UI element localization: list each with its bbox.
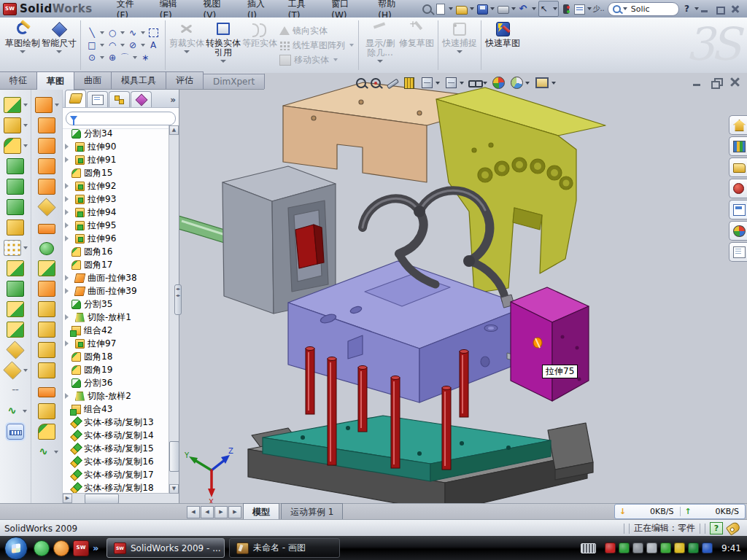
convert-entities-button[interactable]: 转换实体引用	[205, 18, 241, 73]
rapid-sketch-button[interactable]: 快速草图	[484, 18, 521, 73]
solidworks-search-tab[interactable]	[729, 179, 747, 198]
tree-item[interactable]: 圆角16	[63, 245, 169, 258]
shell-button[interactable]	[0, 197, 31, 217]
curve-2-dropdown-icon[interactable]	[54, 451, 58, 454]
wireless-signal-tray-icon[interactable]	[660, 542, 671, 553]
minimize-button[interactable]	[700, 4, 711, 14]
scroll-right-icon[interactable]: ▶	[63, 494, 72, 503]
toolbar-overflow[interactable]: 少..	[592, 4, 604, 14]
messenger[interactable]	[34, 540, 50, 556]
tree-item[interactable]: 拉伸94	[63, 206, 169, 219]
print-dropdown-icon[interactable]	[511, 7, 516, 10]
view-orientation-dropdown-icon[interactable]	[436, 82, 440, 85]
doc-restore-button[interactable]	[711, 77, 722, 88]
display-style-button[interactable]	[444, 76, 464, 90]
open-document-dropdown-icon[interactable]	[470, 7, 474, 10]
nav-first-button[interactable]: ◀	[187, 506, 200, 518]
design-library-tab[interactable]	[729, 136, 747, 156]
curve-dashed-button[interactable]: ╌	[0, 381, 31, 401]
model-tab-1[interactable]: 模型	[243, 503, 279, 520]
tree-item[interactable]: 圆角15	[63, 166, 169, 179]
view-settings-button[interactable]	[534, 76, 556, 90]
hole-wizard-button[interactable]	[0, 217, 31, 238]
expand-arrow-icon[interactable]	[65, 157, 72, 163]
pin-button[interactable]	[422, 1, 433, 16]
zoom-fit-button[interactable]	[356, 78, 366, 88]
tree-item[interactable]: 曲面-拉伸39	[63, 284, 169, 298]
measure-pressed-button[interactable]	[0, 421, 31, 442]
tab-feature-manager[interactable]	[65, 90, 86, 107]
tree-filter-input[interactable]	[66, 112, 176, 125]
vertical-scroll-thumb[interactable]	[169, 441, 179, 472]
reference-geometry-dropdown-icon[interactable]	[23, 369, 28, 372]
help-button[interactable]: ?	[682, 4, 692, 14]
horizontal-scroll-thumb[interactable]	[85, 494, 119, 504]
tree-item[interactable]: 实体-移动/复制13	[63, 416, 169, 429]
restore-button[interactable]	[715, 4, 726, 14]
expand-arrow-icon[interactable]	[65, 183, 72, 189]
line-tool[interactable]: ╲	[86, 28, 98, 39]
ellipse-tool[interactable]: ⊘	[127, 40, 139, 51]
dome-button[interactable]	[31, 238, 62, 258]
parting-surface-button[interactable]	[31, 381, 62, 401]
revolved-surface-button[interactable]	[31, 115, 62, 136]
tooling-box-button[interactable]	[31, 319, 62, 340]
tooling-split-button[interactable]	[31, 360, 62, 381]
expand-arrow-icon[interactable]	[65, 144, 72, 149]
edit-appearance-button[interactable]	[492, 76, 506, 90]
command-tab-1[interactable]: 特征	[0, 71, 37, 89]
scroll-up-icon[interactable]: ▲	[169, 125, 179, 135]
boundary-surface-button[interactable]	[31, 176, 62, 197]
search-input[interactable]	[630, 4, 670, 15]
select-dropdown-icon[interactable]	[553, 7, 557, 10]
sketch-fillet-tool[interactable]: ⌒	[119, 52, 131, 63]
linear-pattern-button[interactable]	[0, 238, 31, 258]
search-box[interactable]	[608, 2, 679, 16]
point-tool[interactable]: ∗	[139, 52, 151, 63]
move-copy-body-button[interactable]	[0, 340, 31, 360]
boss-solid-button[interactable]	[0, 176, 31, 197]
selection-box-tool[interactable]	[149, 28, 158, 37]
lofted-surface-button[interactable]	[31, 156, 62, 176]
options-dropdown-icon[interactable]	[587, 7, 592, 10]
sketch-button[interactable]: 草图绘制	[4, 18, 41, 73]
tree-item[interactable]: 分割35	[63, 298, 169, 311]
nav-next-button[interactable]: ▶	[214, 506, 228, 518]
delete-body-button[interactable]	[31, 299, 62, 319]
volume-tray-icon[interactable]	[646, 542, 657, 553]
expand-arrow-icon[interactable]	[65, 275, 72, 281]
tree-item[interactable]: 实体-移动/复制17	[63, 468, 169, 481]
slot-dropdown-icon[interactable]	[100, 56, 104, 59]
tree-item[interactable]: 拉伸97	[63, 337, 169, 350]
close-button[interactable]	[730, 4, 741, 14]
options-button[interactable]	[573, 1, 592, 16]
tree-item[interactable]: 实体-移动/复制18	[63, 481, 169, 494]
spline-tool[interactable]: ∿	[127, 28, 139, 39]
model-tab-2[interactable]: 运动算例 1	[281, 503, 343, 520]
slot-tool[interactable]: ⊙	[86, 52, 98, 63]
tab-configuration-manager[interactable]	[109, 91, 130, 107]
undo-button[interactable]: ↶	[518, 1, 537, 16]
arc-dropdown-icon[interactable]	[120, 44, 125, 47]
doc-close-button[interactable]	[729, 77, 741, 88]
tree-horizontal-scrollbar[interactable]: ◀ ▶	[63, 493, 169, 503]
help-dropdown-icon[interactable]	[694, 7, 699, 10]
extruded-cut-button[interactable]	[0, 115, 31, 136]
smart-dimension-button[interactable]: 智能尺寸	[41, 18, 77, 73]
keyboard-layout-icon[interactable]	[581, 543, 596, 553]
fillet-dropdown-icon[interactable]	[23, 144, 28, 147]
expand-arrow-icon[interactable]	[65, 288, 72, 294]
text-tool[interactable]: A	[147, 40, 159, 51]
apply-scene-button[interactable]	[510, 76, 530, 90]
spline-dropdown-icon[interactable]	[141, 31, 145, 34]
media-player[interactable]	[53, 540, 69, 556]
undo-dropdown-icon[interactable]	[532, 7, 536, 10]
expand-arrow-icon[interactable]	[65, 196, 72, 202]
nav-last-button[interactable]: ▶	[228, 506, 241, 518]
bend-button[interactable]	[31, 279, 62, 299]
spline-curve-button[interactable]: ∿	[0, 401, 31, 421]
extruded-cut-dropdown-icon[interactable]	[23, 124, 28, 127]
expand-arrow-icon[interactable]	[65, 341, 72, 346]
model-canvas[interactable]: Y Z X	[179, 73, 747, 503]
ellipse-dropdown-icon[interactable]	[141, 44, 145, 47]
